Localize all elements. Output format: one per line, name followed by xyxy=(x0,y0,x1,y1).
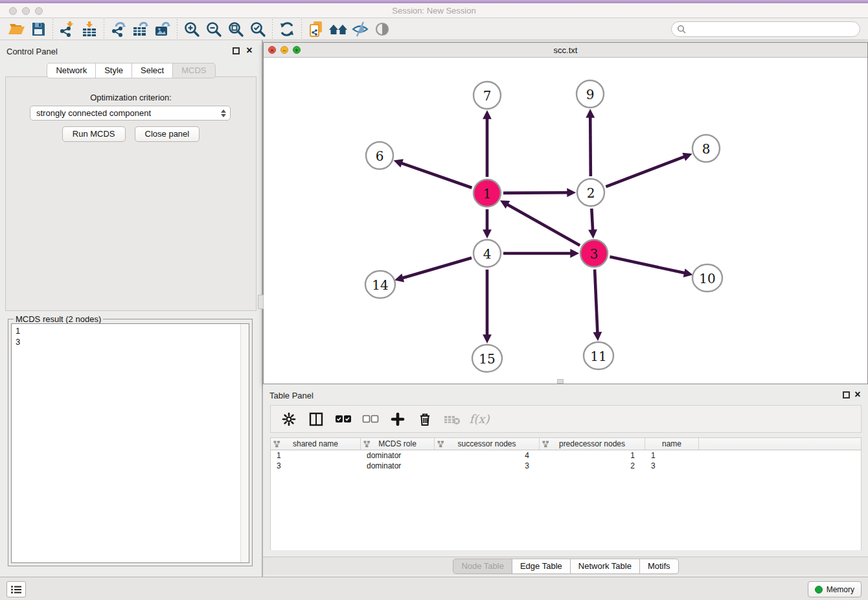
table-row[interactable]: 3 dominator 3 2 3 xyxy=(271,461,861,471)
zoom-in-icon[interactable] xyxy=(181,19,203,39)
application-window: Session: New Session xyxy=(0,0,868,600)
graph-node-label-6: 6 xyxy=(376,148,384,164)
cell-mcds-role[interactable]: dominator xyxy=(361,450,435,461)
graph-edge-3-10[interactable] xyxy=(610,257,684,273)
column-header-shared-name[interactable]: shared name xyxy=(271,438,361,450)
memory-status-icon xyxy=(815,586,823,594)
float-panel-icon[interactable] xyxy=(233,47,240,54)
graph-edge-2-9[interactable] xyxy=(590,117,591,176)
save-session-icon[interactable] xyxy=(27,19,49,39)
refresh-icon[interactable] xyxy=(276,19,298,39)
tab-style[interactable]: Style xyxy=(95,63,132,78)
toolbar-separator xyxy=(104,19,104,39)
open-session-icon[interactable] xyxy=(5,19,27,39)
tab-mcds[interactable]: MCDS xyxy=(172,63,215,78)
cell-successor-nodes[interactable]: 3 xyxy=(435,461,540,471)
column-header-name[interactable]: name xyxy=(645,438,699,450)
export-network-icon[interactable] xyxy=(108,19,130,39)
select-stepper-icon xyxy=(217,106,230,120)
run-mcds-button[interactable]: Run MCDS xyxy=(62,126,126,142)
cell-name[interactable]: 3 xyxy=(645,461,699,471)
apply-layout-icon[interactable] xyxy=(327,19,349,39)
table-row[interactable]: 1 dominator 4 1 1 xyxy=(271,450,861,461)
zoom-out-icon[interactable] xyxy=(203,19,225,39)
toolbar-separator xyxy=(177,19,177,39)
column-sort-icon xyxy=(542,441,549,448)
mcds-result-box[interactable]: 1 3 xyxy=(11,323,249,563)
mcds-result-title: MCDS result (2 nodes) xyxy=(14,314,103,324)
tab-node-table[interactable]: Node Table xyxy=(453,559,512,574)
cell-successor-nodes[interactable]: 4 xyxy=(435,450,540,461)
close-panel-button[interactable]: Close panel xyxy=(135,126,200,142)
graph-node-label-15: 15 xyxy=(479,351,495,367)
graph-edge-1-2[interactable] xyxy=(503,192,567,193)
zoom-selected-icon[interactable] xyxy=(247,19,269,39)
export-table-icon[interactable] xyxy=(130,19,152,39)
import-network-icon[interactable] xyxy=(56,19,78,39)
tab-motifs[interactable]: Motifs xyxy=(639,559,679,574)
optimization-criterion-label: Optimization criterion: xyxy=(6,93,256,102)
network-window-titlebar[interactable]: × − + scc.txt xyxy=(264,43,867,58)
close-panel-icon[interactable]: × xyxy=(245,45,254,56)
search-input[interactable] xyxy=(687,23,860,35)
cell-shared-name[interactable]: 1 xyxy=(271,450,361,461)
tab-network[interactable]: Network xyxy=(47,63,96,78)
column-header-predecessor-nodes[interactable]: predecessor nodes xyxy=(540,438,645,450)
delete-column-trash-icon[interactable] xyxy=(413,408,437,430)
cell-predecessor-nodes[interactable]: 2 xyxy=(540,461,645,471)
search-field[interactable] xyxy=(671,21,860,37)
graph-edge-3-1[interactable] xyxy=(507,205,580,246)
graph-node-label-3: 3 xyxy=(590,246,599,262)
column-sort-icon xyxy=(437,441,444,448)
network-window-title: scc.txt xyxy=(264,45,867,55)
status-bar: Memory xyxy=(0,577,868,600)
tab-network-table[interactable]: Network Table xyxy=(570,559,640,574)
float-table-panel-icon[interactable] xyxy=(843,391,850,398)
graph-edge-1-6[interactable] xyxy=(402,163,472,188)
panel-divider-grip[interactable] xyxy=(258,295,264,309)
cell-mcds-role[interactable]: dominator xyxy=(361,461,435,471)
node-table[interactable]: shared name MCDS role successor nodes pr… xyxy=(270,437,862,550)
mcds-result-group: MCDS result (2 nodes) 1 3 xyxy=(8,319,253,566)
column-header-successor-nodes[interactable]: successor nodes xyxy=(435,438,540,450)
graph-edge-2-8[interactable] xyxy=(606,157,684,187)
zoom-fit-icon[interactable] xyxy=(225,19,247,39)
settings-gear-icon[interactable] xyxy=(277,408,301,430)
close-table-panel-icon[interactable]: × xyxy=(853,389,862,400)
graph-edge-4-14[interactable] xyxy=(403,258,472,278)
task-history-button[interactable] xyxy=(6,581,26,597)
graph-edge-2-3[interactable] xyxy=(591,209,593,230)
clone-network-icon[interactable] xyxy=(305,19,327,39)
cell-shared-name[interactable]: 3 xyxy=(271,461,361,471)
cell-name[interactable]: 1 xyxy=(645,450,699,461)
column-header-mcds-role[interactable]: MCDS role xyxy=(361,438,435,450)
select-all-icon[interactable] xyxy=(332,408,355,430)
export-image-icon[interactable] xyxy=(152,19,174,39)
horizontal-divider-grip[interactable] xyxy=(557,379,564,384)
toolbar-separator xyxy=(272,19,273,39)
deselect-all-icon[interactable] xyxy=(359,408,382,430)
import-table-icon[interactable] xyxy=(78,19,100,39)
graph-node-label-10: 10 xyxy=(699,271,715,286)
graph-node-label-7: 7 xyxy=(483,88,492,104)
cell-predecessor-nodes[interactable]: 1 xyxy=(540,450,645,461)
tab-edge-table[interactable]: Edge Table xyxy=(512,559,571,574)
tab-select[interactable]: Select xyxy=(131,63,173,78)
column-visibility-icon[interactable] xyxy=(304,408,328,430)
hide-graphics-icon[interactable] xyxy=(349,19,371,39)
graph-edge-3-11[interactable] xyxy=(595,270,597,332)
control-panel-header: Control Panel × xyxy=(0,45,262,58)
result-scrollbar[interactable] xyxy=(240,324,249,562)
mcds-result-text: 1 3 xyxy=(16,325,20,347)
window-title: Session: New Session xyxy=(0,6,868,16)
graph-node-label-9: 9 xyxy=(586,87,595,102)
memory-button[interactable]: Memory xyxy=(808,581,862,597)
toolbar-separator xyxy=(301,19,302,39)
network-graph-svg: 7968124314101511 xyxy=(264,58,867,384)
memory-label: Memory xyxy=(827,585,854,594)
add-column-icon[interactable] xyxy=(386,408,409,430)
network-canvas[interactable]: 7968124314101511 xyxy=(264,58,867,384)
column-sort-icon xyxy=(363,441,371,448)
graph-node-label-2: 2 xyxy=(587,185,595,201)
optimization-criterion-select[interactable]: strongly connected component xyxy=(30,106,231,121)
